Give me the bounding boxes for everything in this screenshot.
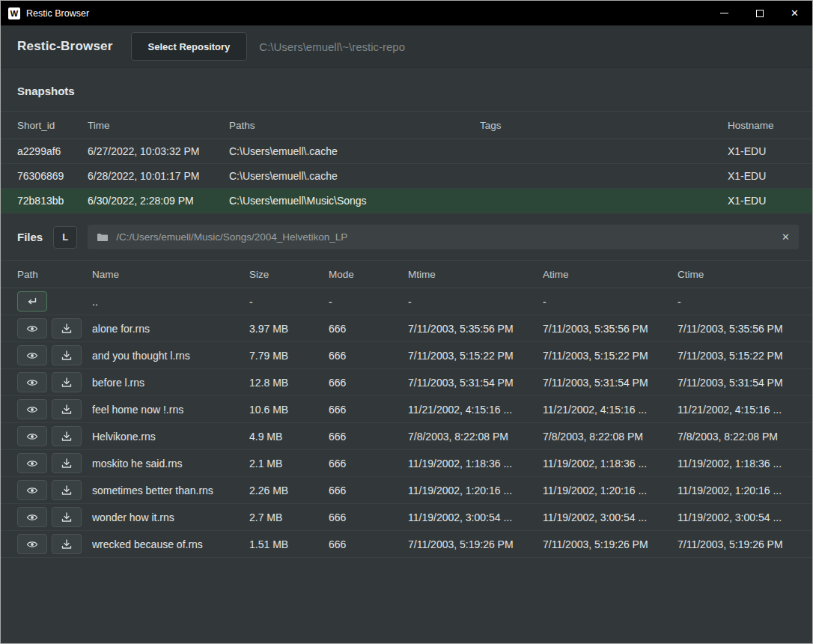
app-title: Restic-Browser [17,39,113,54]
folder-icon [97,231,109,243]
file-atime: 7/11/2003, 5:19:26 PM [543,531,678,558]
snapshot-tags [480,189,728,213]
app-window: W Restic Browser ✕ Restic-Browser Select… [0,0,813,644]
snapshot-short-id: 72b813bb [1,189,88,213]
file-size: 10.6 MB [249,396,329,423]
close-button[interactable]: ✕ [777,1,812,25]
snapshot-short-id: 76306869 [1,164,88,189]
col-header-path[interactable]: Path [1,261,92,288]
file-row[interactable]: moskito he said.rns 2.1 MB 666 11/19/200… [1,450,812,477]
restore-file-button[interactable] [52,507,82,527]
preview-file-button[interactable] [17,426,47,446]
download-icon [61,458,73,470]
col-header-name[interactable]: Name [92,261,249,288]
file-row[interactable]: feel home now !.rns 10.6 MB 666 11/21/20… [1,396,812,423]
file-row[interactable]: sometimes better than.rns 2.26 MB 666 11… [1,477,812,504]
snapshot-paths: C:\Users\emuell\.cache [229,139,480,164]
file-mode: 666 [329,531,408,558]
parent-directory-button[interactable] [17,291,47,312]
file-mode: 666 [329,315,408,342]
restore-file-button[interactable] [52,534,82,554]
list-mode-button[interactable]: L [53,226,77,249]
file-mode: 666 [329,342,408,369]
file-ctime: 7/11/2003, 5:35:56 PM [678,315,812,342]
file-atime: 11/21/2002, 4:15:16 ... [543,396,678,423]
file-mode: 666 [329,423,408,450]
file-name: .. [92,288,249,315]
restore-file-button[interactable] [52,345,82,365]
snapshot-row[interactable]: 72b813bb 6/30/2022, 2:28:09 PM C:\Users\… [1,189,812,213]
download-icon [61,431,73,443]
file-row[interactable]: Helvikone.rns 4.9 MB 666 7/8/2003, 8:22:… [1,423,812,450]
eye-icon [26,377,38,389]
file-row[interactable]: wrecked because of.rns 1.51 MB 666 7/11/… [1,531,812,558]
file-name: feel home now !.rns [92,396,249,423]
preview-file-button[interactable] [17,399,47,419]
col-header-tags[interactable]: Tags [480,112,728,139]
preview-file-button[interactable] [17,507,47,527]
file-row[interactable]: and you thought l.rns 7.79 MB 666 7/11/2… [1,342,812,369]
maximize-button[interactable] [742,1,777,25]
snapshot-tags [480,164,728,189]
snapshot-row[interactable]: a2299af6 6/27/2022, 10:03:32 PM C:\Users… [1,139,812,164]
file-mtime: 7/11/2003, 5:15:22 PM [408,342,543,369]
eye-icon [26,458,38,470]
file-row[interactable]: alone for.rns 3.97 MB 666 7/11/2003, 5:3… [1,315,812,342]
preview-file-button[interactable] [17,534,47,554]
restore-file-button[interactable] [52,426,82,446]
file-atime: 11/19/2002, 1:18:36 ... [543,450,678,477]
col-header-time[interactable]: Time [88,112,229,139]
preview-file-button[interactable] [17,453,47,473]
file-atime: 7/11/2003, 5:31:54 PM [543,369,678,396]
file-row[interactable]: before l.rns 12.8 MB 666 7/11/2003, 5:31… [1,369,812,396]
file-mtime: 11/19/2002, 1:20:16 ... [408,477,543,504]
eye-icon [26,538,38,550]
snapshot-time: 6/27/2022, 10:03:32 PM [88,139,229,164]
minimize-button[interactable] [707,1,742,25]
app-logo-icon: W [8,7,20,19]
select-repository-button[interactable]: Select Repository [131,32,248,61]
clear-path-button[interactable]: ✕ [782,231,790,243]
restore-file-button[interactable] [52,399,82,419]
col-header-hostname[interactable]: Hostname [728,112,812,139]
preview-file-button[interactable] [17,480,47,500]
download-icon [61,404,73,416]
col-header-short-id[interactable]: Short_id [1,112,88,139]
file-size: 3.97 MB [249,315,329,342]
col-header-mode[interactable]: Mode [329,261,408,288]
file-size: 4.9 MB [249,423,329,450]
file-mode: 666 [329,396,408,423]
restore-file-button[interactable] [52,453,82,473]
col-header-ctime[interactable]: Ctime [678,261,812,288]
snapshot-row[interactable]: 76306869 6/28/2022, 10:01:17 PM C:\Users… [1,164,812,189]
restore-file-button[interactable] [52,480,82,500]
file-name: and you thought l.rns [92,342,249,369]
file-ctime: 7/11/2003, 5:31:54 PM [678,369,812,396]
preview-file-button[interactable] [17,345,47,365]
repository-path: C:\Users\emuell\~\restic-repo [259,40,405,53]
restore-file-button[interactable] [52,372,82,392]
file-size: 7.79 MB [249,342,329,369]
file-row[interactable]: wonder how it.rns 2.7 MB 666 11/19/2002,… [1,504,812,531]
parent-directory-row[interactable]: .. - - - - - [1,288,812,315]
snapshots-table: Short_id Time Paths Tags Hostname a2299a… [1,111,812,213]
files-path-input[interactable]: /C:/Users/emuell/Music/Songs/2004_Helvet… [88,225,799,249]
restore-file-button[interactable] [52,318,82,338]
minimize-icon [720,13,728,13]
file-ctime: 7/11/2003, 5:19:26 PM [678,531,812,558]
download-icon [61,377,73,389]
file-name: before l.rns [92,369,249,396]
col-header-mtime[interactable]: Mtime [408,261,543,288]
return-arrow-icon [26,296,38,308]
col-header-size[interactable]: Size [249,261,329,288]
files-title: Files [17,231,43,243]
file-ctime: 11/21/2002, 4:15:16 ... [678,396,812,423]
file-mtime: 11/19/2002, 1:18:36 ... [408,450,543,477]
col-header-atime[interactable]: Atime [543,261,678,288]
preview-file-button[interactable] [17,318,47,338]
file-name: alone for.rns [92,315,249,342]
files-table: Path Name Size Mode Mtime Atime Ctime . [1,260,812,558]
col-header-paths[interactable]: Paths [229,112,480,139]
preview-file-button[interactable] [17,372,47,392]
file-mtime: 7/8/2003, 8:22:08 PM [408,423,543,450]
